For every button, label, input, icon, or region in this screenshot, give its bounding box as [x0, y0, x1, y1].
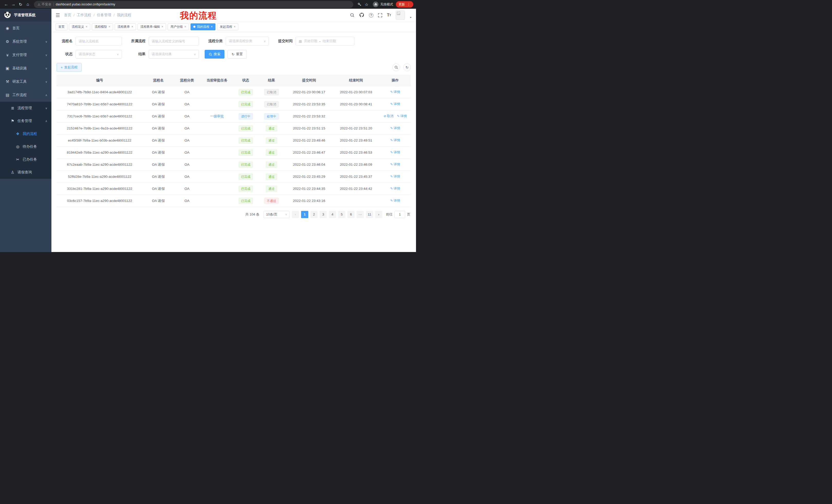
hamburger-icon[interactable]: ☰ — [51, 12, 64, 18]
result-select[interactable]: 请选择流结果 ∨ — [149, 50, 199, 59]
close-icon[interactable]: × — [234, 25, 235, 29]
detail-link[interactable]: ✎详情 — [390, 150, 400, 154]
tab-process-model[interactable]: 流程模型× — [92, 23, 113, 30]
home-icon[interactable]: ⌂ — [24, 1, 31, 8]
status-select[interactable]: 请选择状态 ∨ — [76, 50, 122, 59]
sidebar-item-todo-tasks[interactable]: ◎ 待办任务 — [0, 140, 51, 153]
detail-link[interactable]: ✎详情 — [390, 90, 400, 94]
fullscreen-icon[interactable] — [378, 13, 382, 18]
close-icon[interactable]: × — [86, 25, 87, 29]
table-row[interactable]: 331bc281-7b9a-11ec-a290-acde48001122 OA … — [57, 183, 411, 195]
sidebar-item-done-tasks[interactable]: ✂ 已办任务 — [0, 153, 51, 166]
toggle-search-icon[interactable] — [392, 63, 400, 71]
table-row[interactable]: 3ad174fb-7b9d-11ec-8404-acde48001122 OA … — [57, 86, 411, 98]
sidebar-item-leave-query[interactable]: ♙ 请假查询 — [0, 166, 51, 179]
cell-end-time: 2022-01-23 00:08:41 — [333, 98, 380, 110]
avatar-caret-icon[interactable]: ▾ — [410, 16, 411, 19]
browser-update-button[interactable]: 更新 ⋮ — [396, 1, 413, 8]
close-icon[interactable]: × — [161, 25, 163, 29]
cancel-link[interactable]: ⊘取消 — [384, 114, 393, 118]
reload-icon[interactable]: ↻ — [17, 1, 24, 8]
table-row[interactable]: 2152467e-7b9b-11ec-9a1b-acde48001122 OA … — [57, 122, 411, 134]
current-task-link[interactable]: 一级审批 — [210, 114, 224, 118]
tab-user-group[interactable]: 用户分组× — [167, 23, 189, 30]
tab-home[interactable]: 首页 — [55, 23, 67, 30]
security-warning[interactable]: ⚠ 不安全 — [37, 2, 51, 7]
sidebar-item-process-management[interactable]: ≣ 流程管理 ∨ — [0, 102, 51, 115]
refresh-icon[interactable]: ↻ — [403, 63, 411, 71]
category-select[interactable]: 请选择流程分类 ∨ — [226, 37, 269, 46]
search-icon[interactable] — [350, 13, 355, 18]
sidebar-item-system[interactable]: ⚙ 系统管理 ∨ — [0, 35, 51, 48]
breadcrumb-task-management[interactable]: 任务管理 — [97, 13, 111, 18]
process-name-input[interactable] — [76, 37, 122, 46]
start-process-button[interactable]: + 发起流程 — [57, 63, 82, 72]
key-icon[interactable] — [356, 1, 363, 8]
sidebar-item-my-process[interactable]: ❖ 我的流程 — [0, 128, 51, 140]
table-row[interactable]: 7470a810-7b9b-11ec-b5b7-acde48001122 OA … — [57, 98, 411, 110]
page-size-select[interactable]: 10条/页 ∨ — [263, 211, 290, 218]
table-row[interactable]: 819442e8-7b9a-11ec-a290-acde48001122 OA … — [57, 146, 411, 159]
app-logo[interactable]: 芋道管理系统 — [0, 9, 51, 22]
detail-link[interactable]: ✎详情 — [390, 175, 400, 178]
help-icon[interactable]: ? — [369, 13, 373, 18]
address-bar[interactable]: ⚠ 不安全 dashboard.yudao.iocoder.cn/bpm/tas… — [34, 1, 353, 8]
page-button-···[interactable]: ··· — [357, 211, 364, 218]
prev-page-button[interactable]: ‹ — [292, 211, 299, 218]
detail-link[interactable]: ✎详情 — [390, 102, 400, 106]
table-row[interactable]: 7317cec6-7b9b-11ec-b5b7-acde48001122 OA … — [57, 110, 411, 122]
close-icon[interactable]: × — [131, 25, 133, 29]
page-button-1[interactable]: 1 — [301, 211, 308, 218]
page-button-2[interactable]: 2 — [310, 211, 317, 218]
submit-time-range-picker[interactable]: ▦ 开始日期 - 结束日期 — [296, 37, 354, 46]
next-page-button[interactable]: › — [375, 211, 382, 218]
page-button-5[interactable]: 5 — [338, 211, 345, 218]
breadcrumb-workflow[interactable]: 工作流程 — [77, 13, 91, 18]
tab-my-process[interactable]: 我的流程× — [190, 23, 215, 30]
detail-link[interactable]: ✎详情 — [390, 199, 400, 202]
goto-page-input[interactable] — [394, 211, 405, 218]
close-icon[interactable]: × — [108, 25, 110, 29]
breadcrumb-home[interactable]: 首页 — [64, 13, 71, 18]
detail-link[interactable]: ✎详情 — [390, 138, 400, 142]
sidebar-item-home[interactable]: ◉ 首页 — [0, 22, 51, 35]
back-icon[interactable]: ← — [3, 1, 10, 8]
tab-process-form[interactable]: 流程表单× — [115, 23, 136, 30]
table-row[interactable]: 03c6c157-7b9a-11ec-a290-acde48001122 OA … — [57, 195, 411, 207]
page-button-11[interactable]: 11 — [366, 211, 373, 218]
close-icon[interactable]: × — [184, 25, 186, 29]
sidebar-item-infrastructure[interactable]: ▣ 基础设施 ∨ — [0, 62, 51, 75]
close-icon[interactable]: × — [211, 25, 213, 29]
sidebar-item-payment[interactable]: ¥ 支付管理 ∨ — [0, 48, 51, 62]
reset-button[interactable]: ↻ 重置 — [228, 50, 247, 59]
tab-process-form-edit[interactable]: 流程表单-编辑× — [137, 23, 166, 30]
tab-start-process[interactable]: 发起流程× — [217, 23, 238, 30]
owner-process-input[interactable] — [149, 37, 199, 46]
detail-link[interactable]: ✎详情 — [397, 114, 407, 118]
forward-icon[interactable]: → — [10, 1, 17, 8]
page-button-6[interactable]: 6 — [347, 211, 355, 218]
avatar[interactable] — [396, 10, 405, 20]
font-size-icon[interactable]: TT — [387, 13, 391, 18]
detail-link[interactable]: ✎详情 — [390, 163, 400, 166]
table-row[interactable]: 52ffd28e-7b9a-11ec-a290-acde48001122 OA … — [57, 171, 411, 183]
table-row[interactable]: ec45f38f-7b9a-11ec-b03b-acde48001122 OA … — [57, 134, 411, 146]
page-button-4[interactable]: 4 — [329, 211, 336, 218]
github-icon[interactable] — [359, 12, 364, 18]
detail-link[interactable]: ✎详情 — [390, 127, 400, 130]
cell-category: OA — [174, 98, 200, 110]
table-row[interactable]: 67c2eaab-7b9a-11ec-a290-acde48001122 OA … — [57, 159, 411, 171]
briefcase-icon: ▤ — [5, 93, 10, 97]
reset-button-label: 重置 — [236, 52, 243, 57]
sidebar-item-devtools[interactable]: ⚒ 研发工具 ∨ — [0, 75, 51, 88]
sidebar-item-task-management[interactable]: ⚑ 任务管理 ∧ — [0, 115, 51, 128]
bookmark-star-icon[interactable]: ☆ — [363, 1, 370, 8]
detail-link[interactable]: ✎详情 — [390, 187, 400, 190]
cell-result: 通过 — [257, 146, 286, 159]
browser-menu-icon[interactable]: ⋮ — [407, 2, 411, 6]
search-button[interactable]: 搜索 — [205, 50, 225, 59]
tab-process-definition[interactable]: 流程定义× — [69, 23, 90, 30]
page-button-3[interactable]: 3 — [319, 211, 327, 218]
sidebar-item-workflow[interactable]: ▤ 工作流程 ∧ — [0, 88, 51, 102]
status-tag: 已完成 — [239, 174, 253, 180]
